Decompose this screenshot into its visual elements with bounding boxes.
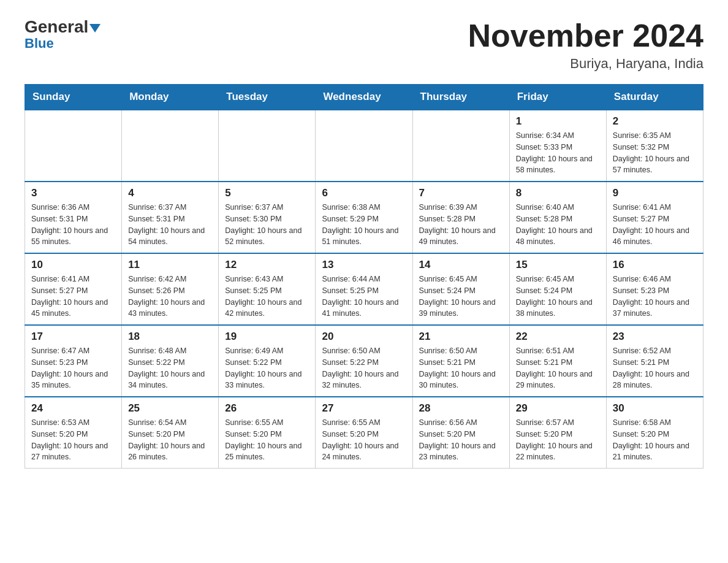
day-number: 10 (31, 259, 115, 271)
day-info: Sunrise: 6:43 AMSunset: 5:25 PMDaylight:… (225, 274, 309, 320)
day-number: 25 (128, 402, 212, 415)
day-number: 18 (128, 331, 212, 343)
header-monday: Monday (122, 85, 219, 110)
week-row-4: 24Sunrise: 6:53 AMSunset: 5:20 PMDayligh… (25, 397, 703, 469)
calendar-cell: 29Sunrise: 6:57 AMSunset: 5:20 PMDayligh… (509, 397, 606, 469)
day-number: 12 (225, 259, 309, 271)
day-info: Sunrise: 6:38 AMSunset: 5:29 PMDaylight:… (322, 202, 406, 248)
week-row-2: 10Sunrise: 6:41 AMSunset: 5:27 PMDayligh… (25, 253, 703, 325)
calendar-cell: 18Sunrise: 6:48 AMSunset: 5:22 PMDayligh… (122, 325, 219, 397)
day-number: 13 (322, 259, 406, 271)
calendar-cell: 25Sunrise: 6:54 AMSunset: 5:20 PMDayligh… (122, 397, 219, 469)
day-number: 1 (516, 115, 600, 128)
week-row-3: 17Sunrise: 6:47 AMSunset: 5:23 PMDayligh… (25, 325, 703, 397)
calendar-cell: 8Sunrise: 6:40 AMSunset: 5:28 PMDaylight… (509, 182, 606, 253)
day-info: Sunrise: 6:45 AMSunset: 5:24 PMDaylight:… (419, 274, 503, 320)
calendar-cell: 30Sunrise: 6:58 AMSunset: 5:20 PMDayligh… (606, 397, 703, 469)
day-info: Sunrise: 6:41 AMSunset: 5:27 PMDaylight:… (31, 274, 115, 320)
calendar-cell: 7Sunrise: 6:39 AMSunset: 5:28 PMDaylight… (412, 182, 509, 253)
day-info: Sunrise: 6:55 AMSunset: 5:20 PMDaylight:… (225, 417, 309, 463)
header-tuesday: Tuesday (219, 85, 316, 110)
day-number: 26 (225, 402, 309, 415)
day-info: Sunrise: 6:49 AMSunset: 5:22 PMDaylight:… (225, 345, 309, 391)
day-number: 8 (516, 187, 600, 199)
day-info: Sunrise: 6:36 AMSunset: 5:31 PMDaylight:… (31, 202, 115, 248)
logo: General Blue (25, 18, 100, 52)
day-info: Sunrise: 6:48 AMSunset: 5:22 PMDaylight:… (128, 345, 212, 391)
day-number: 24 (31, 402, 115, 415)
day-info: Sunrise: 6:42 AMSunset: 5:26 PMDaylight:… (128, 274, 212, 320)
calendar-cell: 13Sunrise: 6:44 AMSunset: 5:25 PMDayligh… (316, 253, 412, 325)
day-info: Sunrise: 6:56 AMSunset: 5:20 PMDaylight:… (419, 417, 503, 463)
calendar-cell: 3Sunrise: 6:36 AMSunset: 5:31 PMDaylight… (25, 182, 122, 253)
day-info: Sunrise: 6:37 AMSunset: 5:30 PMDaylight:… (225, 202, 309, 248)
day-number: 4 (128, 187, 212, 199)
calendar-cell: 17Sunrise: 6:47 AMSunset: 5:23 PMDayligh… (25, 325, 122, 397)
day-number: 20 (322, 331, 406, 343)
day-number: 30 (613, 402, 697, 415)
header-friday: Friday (509, 85, 606, 110)
day-number: 28 (419, 402, 503, 415)
day-number: 9 (613, 187, 697, 199)
day-number: 17 (31, 331, 115, 343)
day-info: Sunrise: 6:47 AMSunset: 5:23 PMDaylight:… (31, 345, 115, 391)
header-wednesday: Wednesday (316, 85, 412, 110)
day-number: 29 (516, 402, 600, 415)
calendar-cell (219, 110, 316, 182)
calendar-cell: 28Sunrise: 6:56 AMSunset: 5:20 PMDayligh… (412, 397, 509, 469)
header: General Blue November 2024 Buriya, Harya… (25, 18, 703, 72)
calendar-cell: 20Sunrise: 6:50 AMSunset: 5:22 PMDayligh… (316, 325, 412, 397)
calendar-cell (122, 110, 219, 182)
calendar-cell: 21Sunrise: 6:50 AMSunset: 5:21 PMDayligh… (412, 325, 509, 397)
day-number: 6 (322, 187, 406, 199)
day-info: Sunrise: 6:35 AMSunset: 5:32 PMDaylight:… (613, 130, 697, 176)
header-thursday: Thursday (412, 85, 509, 110)
calendar-cell: 27Sunrise: 6:55 AMSunset: 5:20 PMDayligh… (316, 397, 412, 469)
calendar-cell: 1Sunrise: 6:34 AMSunset: 5:33 PMDaylight… (509, 110, 606, 182)
calendar-cell: 9Sunrise: 6:41 AMSunset: 5:27 PMDaylight… (606, 182, 703, 253)
calendar-cell: 10Sunrise: 6:41 AMSunset: 5:27 PMDayligh… (25, 253, 122, 325)
calendar-cell: 24Sunrise: 6:53 AMSunset: 5:20 PMDayligh… (25, 397, 122, 469)
day-number: 23 (613, 331, 697, 343)
calendar-cell: 22Sunrise: 6:51 AMSunset: 5:21 PMDayligh… (509, 325, 606, 397)
calendar-cell: 19Sunrise: 6:49 AMSunset: 5:22 PMDayligh… (219, 325, 316, 397)
day-number: 14 (419, 259, 503, 271)
day-info: Sunrise: 6:45 AMSunset: 5:24 PMDaylight:… (516, 274, 600, 320)
calendar-table: Sunday Monday Tuesday Wednesday Thursday… (25, 84, 703, 469)
calendar-cell: 26Sunrise: 6:55 AMSunset: 5:20 PMDayligh… (219, 397, 316, 469)
day-number: 7 (419, 187, 503, 199)
day-info: Sunrise: 6:51 AMSunset: 5:21 PMDaylight:… (516, 345, 600, 391)
day-info: Sunrise: 6:55 AMSunset: 5:20 PMDaylight:… (322, 417, 406, 463)
calendar-cell: 12Sunrise: 6:43 AMSunset: 5:25 PMDayligh… (219, 253, 316, 325)
calendar-cell: 16Sunrise: 6:46 AMSunset: 5:23 PMDayligh… (606, 253, 703, 325)
day-info: Sunrise: 6:44 AMSunset: 5:25 PMDaylight:… (322, 274, 406, 320)
day-number: 2 (613, 115, 697, 128)
calendar-cell: 14Sunrise: 6:45 AMSunset: 5:24 PMDayligh… (412, 253, 509, 325)
calendar-cell: 11Sunrise: 6:42 AMSunset: 5:26 PMDayligh… (122, 253, 219, 325)
day-info: Sunrise: 6:39 AMSunset: 5:28 PMDaylight:… (419, 202, 503, 248)
calendar-header-row: Sunday Monday Tuesday Wednesday Thursday… (25, 85, 703, 110)
day-info: Sunrise: 6:54 AMSunset: 5:20 PMDaylight:… (128, 417, 212, 463)
day-number: 22 (516, 331, 600, 343)
week-row-0: 1Sunrise: 6:34 AMSunset: 5:33 PMDaylight… (25, 110, 703, 182)
calendar-cell: 6Sunrise: 6:38 AMSunset: 5:29 PMDaylight… (316, 182, 412, 253)
day-number: 3 (31, 187, 115, 199)
day-number: 11 (128, 259, 212, 271)
week-row-1: 3Sunrise: 6:36 AMSunset: 5:31 PMDaylight… (25, 182, 703, 253)
calendar-cell: 2Sunrise: 6:35 AMSunset: 5:32 PMDaylight… (606, 110, 703, 182)
logo-blue-text: Blue (25, 36, 54, 52)
day-info: Sunrise: 6:41 AMSunset: 5:27 PMDaylight:… (613, 202, 697, 248)
day-number: 27 (322, 402, 406, 415)
day-number: 21 (419, 331, 503, 343)
month-title: November 2024 (468, 18, 703, 53)
day-info: Sunrise: 6:37 AMSunset: 5:31 PMDaylight:… (128, 202, 212, 248)
day-number: 19 (225, 331, 309, 343)
day-number: 16 (613, 259, 697, 271)
day-info: Sunrise: 6:46 AMSunset: 5:23 PMDaylight:… (613, 274, 697, 320)
calendar-cell (316, 110, 412, 182)
title-area: November 2024 Buriya, Haryana, India (468, 18, 703, 72)
day-info: Sunrise: 6:50 AMSunset: 5:22 PMDaylight:… (322, 345, 406, 391)
calendar-cell (412, 110, 509, 182)
day-info: Sunrise: 6:52 AMSunset: 5:21 PMDaylight:… (613, 345, 697, 391)
header-saturday: Saturday (606, 85, 703, 110)
